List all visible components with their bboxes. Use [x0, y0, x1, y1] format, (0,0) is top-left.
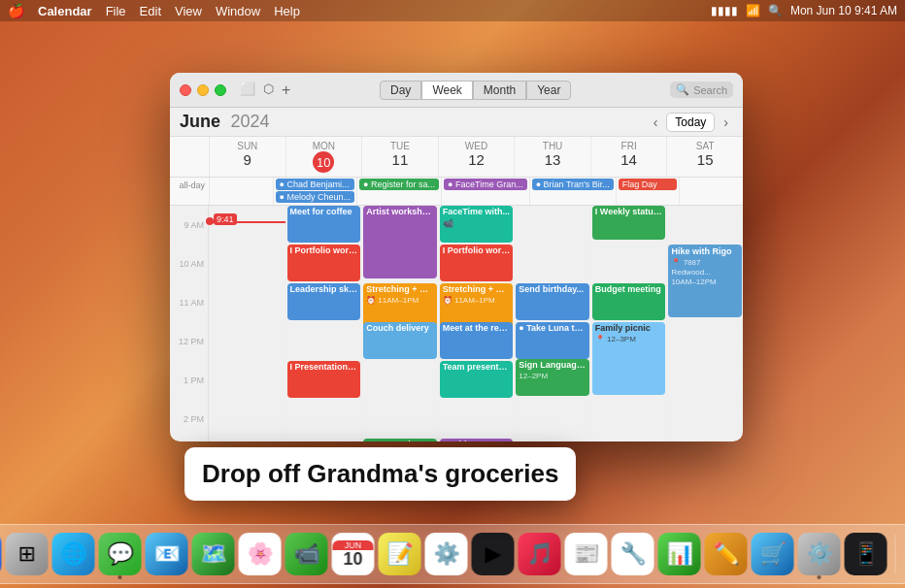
cell-tue-3[interactable]: I Keynote by Ja...	[361, 439, 438, 441]
sidebar-toggle-icon[interactable]: ⬜	[240, 82, 255, 99]
dock-calendar[interactable]: JUN 10	[332, 533, 375, 575]
cell-sun-1[interactable]	[209, 361, 285, 400]
event-weekly-status[interactable]: I Weekly status ...	[592, 206, 666, 240]
cell-sun-3[interactable]	[209, 439, 285, 441]
cell-thu-11[interactable]: Send birthday...	[514, 283, 590, 322]
event-presentation-p[interactable]: I Presentation p...	[287, 361, 361, 398]
cell-tue-2[interactable]	[361, 400, 438, 439]
view-day-button[interactable]: Day	[380, 81, 421, 100]
dock-numbers[interactable]: 📊	[658, 533, 701, 575]
cell-tue-11[interactable]: Stretching + weights ⏰ 11AM–1PM	[361, 283, 438, 322]
dock-appstore[interactable]: 🛒	[752, 533, 794, 575]
event-artist-workshop[interactable]: Artist worksho...	[363, 206, 437, 278]
dock-maps[interactable]: 🗺️	[192, 533, 235, 575]
dock-mail[interactable]: 📧	[146, 533, 188, 575]
cell-sun-9[interactable]: 9:41	[209, 206, 285, 245]
menu-help[interactable]: Help	[274, 4, 300, 18]
event-couch-delivery[interactable]: Couch delivery	[363, 322, 437, 359]
view-week-button[interactable]: Week	[421, 81, 472, 100]
event-melody-cheun[interactable]: ● Melody Cheun...	[276, 191, 354, 203]
dock-sysprefs[interactable]: ⚙️	[798, 533, 841, 575]
dock-pages[interactable]: ✏️	[705, 533, 748, 575]
view-month-button[interactable]: Month	[473, 81, 526, 100]
prev-week-button[interactable]: ‹	[649, 113, 663, 132]
cell-sat-9[interactable]	[666, 206, 743, 245]
cell-tue-1[interactable]	[361, 361, 438, 400]
cell-mon-12[interactable]	[285, 322, 362, 361]
add-event-button[interactable]: +	[282, 82, 290, 99]
fullscreen-button[interactable]	[215, 84, 226, 96]
event-team-presenta[interactable]: Team presenta...	[440, 361, 514, 398]
cell-mon-2[interactable]	[285, 400, 362, 439]
event-keynote[interactable]: I Keynote by Ja...	[363, 439, 437, 441]
cell-wed-12[interactable]: Meet at the res...	[438, 322, 515, 361]
cell-sat-10[interactable]: Hike with Rigo 📍 7887 Redwood... 10AM–12…	[666, 245, 743, 283]
event-take-luna[interactable]: ● Take Luna to th...	[516, 322, 589, 359]
next-week-button[interactable]: ›	[719, 113, 733, 132]
event-budget-meeting[interactable]: Budget meeting	[592, 283, 666, 320]
time-grid-wrapper[interactable]: 9 AM 9:41 Meet for coffee Artist worksho…	[170, 206, 743, 441]
today-button[interactable]: Today	[666, 113, 715, 132]
cell-thu-10[interactable]	[514, 245, 590, 283]
cell-mon-11[interactable]: Leadership ski...	[285, 283, 362, 322]
event-send-birthday[interactable]: Send birthday...	[516, 283, 589, 320]
cell-wed-2[interactable]	[438, 400, 515, 439]
share-icon[interactable]: ⬡	[263, 82, 274, 99]
event-flag-day[interactable]: Flag Day	[619, 179, 678, 190]
dock-news[interactable]: 📰	[565, 533, 608, 575]
cell-sat-1[interactable]	[666, 361, 743, 400]
cell-wed-11[interactable]: Stretching + weights ⏰ 11AM–1PM	[438, 283, 515, 322]
cell-fri-11[interactable]: Budget meeting	[590, 283, 667, 322]
cell-sun-2[interactable]	[209, 400, 285, 439]
cell-thu-3[interactable]	[514, 439, 590, 441]
cell-tue-9[interactable]: Artist worksho...	[361, 206, 438, 245]
cell-mon-1[interactable]: I Presentation p...	[285, 361, 362, 400]
event-register[interactable]: ● Register for sa...	[359, 179, 439, 190]
event-sign-language[interactable]: Sign Language Club 12–2PM	[516, 359, 589, 396]
cell-wed-1[interactable]: Team presenta...	[438, 361, 515, 400]
cell-sun-10[interactable]	[209, 245, 285, 283]
close-button[interactable]	[180, 84, 191, 96]
dock-photos[interactable]: 🌸	[239, 533, 282, 575]
cell-mon-3[interactable]	[285, 439, 362, 441]
cell-sat-2[interactable]	[666, 400, 743, 439]
dock-tv[interactable]: ▶	[472, 533, 515, 575]
cell-wed-3[interactable]: I Writing sessio...	[438, 439, 515, 441]
cell-thu-2[interactable]	[514, 400, 590, 439]
cell-thu-12[interactable]: ● Take Luna to th... Sign Language Club …	[514, 322, 590, 361]
cell-fri-10[interactable]	[590, 245, 667, 283]
cell-wed-10[interactable]: I Portfolio work...	[438, 245, 515, 283]
cell-fri-3[interactable]	[590, 439, 667, 441]
menu-view[interactable]: View	[175, 4, 202, 18]
event-writing-session[interactable]: I Writing sessio...	[440, 439, 514, 441]
dock-facetime[interactable]: 📹	[285, 533, 328, 575]
cell-thu-9[interactable]	[514, 206, 590, 245]
event-chad-benjamin[interactable]: ● Chad Benjami...	[276, 179, 354, 190]
dock-freeform[interactable]: 🔧	[612, 533, 654, 575]
dock-messages[interactable]: 💬	[99, 533, 142, 575]
menu-file[interactable]: File	[106, 4, 126, 18]
cell-mon-10[interactable]: I Portfolio work...	[285, 245, 362, 283]
menu-calendar[interactable]: Calendar	[38, 4, 92, 18]
cell-wed-9[interactable]: FaceTime with... 📹	[438, 206, 515, 245]
cell-sat-12[interactable]	[666, 322, 743, 361]
cell-tue-12[interactable]: Couch delivery	[361, 322, 438, 361]
cell-fri-9[interactable]: I Weekly status ...	[590, 206, 667, 245]
dock-launchpad[interactable]: ⊞	[6, 533, 49, 575]
dock-notes[interactable]: 📝	[379, 533, 421, 575]
dock-safari[interactable]: 🌐	[52, 533, 95, 575]
cell-sun-11[interactable]	[209, 283, 285, 322]
dock-music[interactable]: 🎵	[519, 533, 561, 575]
event-family-picnic[interactable]: Family picnic 📍 12–3PM	[592, 322, 666, 395]
event-meet-res[interactable]: Meet at the res...	[440, 322, 514, 359]
search-box[interactable]: 🔍 Search	[670, 82, 733, 98]
cell-mon-9[interactable]: Meet for coffee	[285, 206, 362, 245]
view-year-button[interactable]: Year	[526, 81, 571, 100]
cell-sun-12[interactable]	[209, 322, 285, 361]
dock-finder[interactable]: 🔵	[0, 533, 2, 575]
cell-sat-3[interactable]	[666, 439, 743, 441]
event-facetime-with[interactable]: FaceTime with... 📹	[440, 206, 514, 243]
event-hike-rigo[interactable]: Hike with Rigo 📍 7887 Redwood... 10AM–12…	[668, 245, 742, 317]
dock-iphone[interactable]: 📱	[845, 533, 888, 575]
menu-edit[interactable]: Edit	[140, 4, 161, 18]
